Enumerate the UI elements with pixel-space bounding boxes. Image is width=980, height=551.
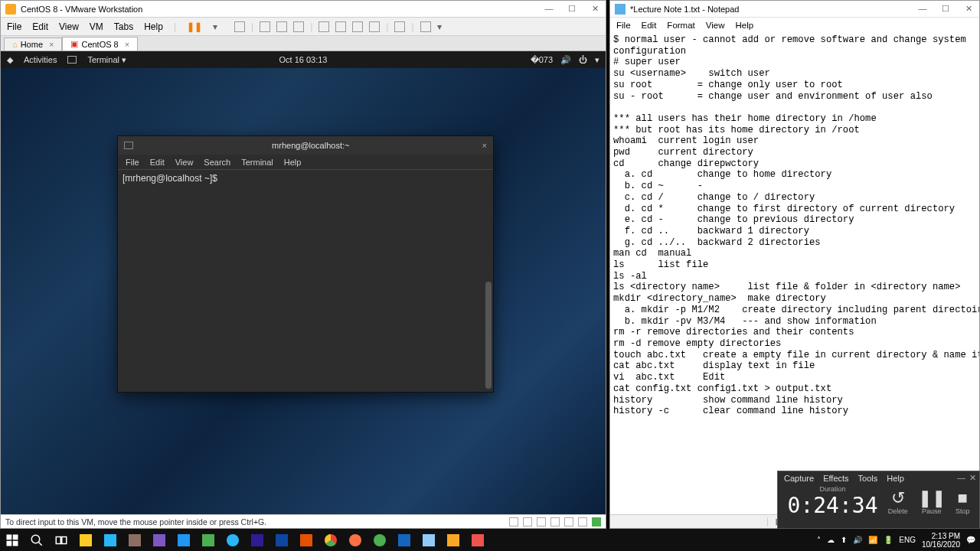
wifi-icon[interactable]: 📶 xyxy=(868,536,877,544)
word-icon[interactable] xyxy=(392,529,416,551)
photoshop-icon[interactable] xyxy=(270,529,294,551)
task-view-button[interactable] xyxy=(49,529,74,551)
menu-help[interactable]: Help xyxy=(144,21,163,32)
close-button[interactable]: ✕ xyxy=(969,473,976,483)
maximize-button[interactable]: ☐ xyxy=(939,4,952,14)
np-menu-format[interactable]: Format xyxy=(667,21,694,30)
minimize-button[interactable]: — xyxy=(916,4,929,14)
np-menu-view[interactable]: View xyxy=(706,21,725,30)
status-icon[interactable] xyxy=(550,517,560,527)
minimize-button[interactable]: — xyxy=(957,473,965,482)
guest-display[interactable]: ◆ Activities Terminal ▾ Oct 16 03:13 �07… xyxy=(1,51,606,514)
toolbar-icon[interactable] xyxy=(276,21,287,32)
toolbar-icon[interactable] xyxy=(369,21,380,32)
taskbar-app-icon[interactable] xyxy=(368,529,392,551)
stop-button[interactable]: ■Stop xyxy=(956,489,970,515)
term-menu-view[interactable]: View xyxy=(175,158,194,167)
gnome-clock[interactable]: Oct 16 03:13 xyxy=(279,55,328,64)
tab-home[interactable]: ⌂ Home × xyxy=(4,37,62,51)
pause-button[interactable]: ❚❚Pause xyxy=(918,489,946,515)
rec-menu-capture[interactable]: Capture xyxy=(784,474,814,483)
rec-menu-tools[interactable]: Tools xyxy=(858,474,878,483)
volume-icon[interactable]: 🔊 xyxy=(560,55,571,65)
power-icon[interactable]: ⏻ xyxy=(579,55,587,64)
rec-menu-effects[interactable]: Effects xyxy=(823,474,848,483)
toolbar-icon[interactable] xyxy=(318,21,329,32)
terminal-menu[interactable]: Terminal ▾ xyxy=(87,55,126,65)
minimize-button[interactable]: — xyxy=(543,4,555,14)
volume-icon[interactable]: 🔊 xyxy=(853,536,862,544)
vmware-titlebar[interactable]: CentOS 8 - VMware Workstation — ☐ ✕ xyxy=(1,1,606,18)
file-explorer-icon[interactable] xyxy=(74,529,98,551)
close-button[interactable]: ✕ xyxy=(962,4,975,14)
term-menu-edit[interactable]: Edit xyxy=(150,158,165,167)
toolbar-icon[interactable] xyxy=(234,21,245,32)
taskbar-app-icon[interactable] xyxy=(98,529,122,551)
vscode-icon[interactable] xyxy=(172,529,196,551)
taskbar-app-icon[interactable] xyxy=(122,529,147,551)
fullscreen-icon[interactable] xyxy=(394,21,405,32)
chrome-icon[interactable] xyxy=(318,529,343,551)
visual-studio-icon[interactable] xyxy=(147,529,172,551)
search-button[interactable] xyxy=(24,529,49,551)
battery-icon[interactable]: 🔋 xyxy=(884,536,893,544)
notifications-icon[interactable]: 💬 xyxy=(966,536,975,544)
status-icon[interactable] xyxy=(564,517,573,527)
np-menu-file[interactable]: File xyxy=(616,21,631,30)
toolbar-icon[interactable] xyxy=(335,21,346,32)
taskbar-app-icon[interactable] xyxy=(196,529,220,551)
taskbar-app-icon[interactable] xyxy=(416,529,441,551)
status-icon[interactable] xyxy=(578,517,587,527)
tray-icon[interactable]: ☁ xyxy=(827,536,835,544)
rec-menu-help[interactable]: Help xyxy=(887,474,904,483)
toolbar-icon[interactable] xyxy=(420,21,431,32)
recorder-taskbar-icon[interactable] xyxy=(466,529,490,551)
close-button[interactable]: ✕ xyxy=(589,4,601,14)
terminal-body[interactable]: [mrheng@localhost ~]$ xyxy=(118,170,493,392)
status-icon[interactable] xyxy=(592,517,601,527)
np-menu-help[interactable]: Help xyxy=(736,21,754,30)
toolbar-icon[interactable] xyxy=(293,21,304,32)
chevron-down-icon[interactable]: ▾ xyxy=(595,55,599,65)
status-icon[interactable] xyxy=(509,517,518,527)
status-icon[interactable] xyxy=(523,517,532,527)
tray-icon[interactable]: ⬆ xyxy=(841,536,847,544)
close-icon[interactable]: × xyxy=(482,141,487,150)
vmware-taskbar-icon[interactable] xyxy=(441,529,466,551)
network-icon[interactable]: �073 xyxy=(531,55,553,65)
pause-icon[interactable]: ❚❚ xyxy=(187,21,202,32)
status-icon[interactable] xyxy=(537,517,546,527)
menu-tabs[interactable]: Tabs xyxy=(114,21,133,32)
menu-edit[interactable]: Edit xyxy=(32,21,48,32)
tab-close-icon[interactable]: × xyxy=(125,40,129,49)
menu-file[interactable]: File xyxy=(7,21,21,32)
term-menu-help[interactable]: Help xyxy=(284,158,302,167)
term-menu-file[interactable]: File xyxy=(126,158,139,167)
np-menu-edit[interactable]: Edit xyxy=(642,21,657,30)
tab-centos[interactable]: ▣ CentOS 8 × xyxy=(62,37,138,51)
tray-chevron-icon[interactable]: ˄ xyxy=(817,536,821,544)
term-menu-search[interactable]: Search xyxy=(204,158,230,167)
activities-button[interactable]: Activities xyxy=(24,55,57,64)
terminal-titlebar[interactable]: mrheng@localhost:~ × xyxy=(118,136,493,155)
terminal-scrollbar[interactable] xyxy=(485,282,492,389)
toolbar-icon[interactable] xyxy=(260,21,270,32)
taskbar-clock[interactable]: 2:13 PM 10/16/2020 xyxy=(922,532,960,549)
language-indicator[interactable]: ENG xyxy=(899,536,916,544)
notepad-titlebar[interactable]: *Lecture Note 1.txt - Notepad — ☐ ✕ xyxy=(610,1,979,18)
telegram-icon[interactable] xyxy=(220,529,245,551)
start-button[interactable] xyxy=(0,529,24,551)
toolbar-icon[interactable] xyxy=(352,21,363,32)
firefox-icon[interactable] xyxy=(343,529,368,551)
menu-vm[interactable]: VM xyxy=(90,21,103,32)
illustrator-icon[interactable] xyxy=(294,529,318,551)
dropdown-icon[interactable]: ▾ xyxy=(213,21,217,32)
menu-view[interactable]: View xyxy=(59,21,79,32)
term-menu-terminal[interactable]: Terminal xyxy=(241,158,273,167)
dropdown-icon[interactable]: ▾ xyxy=(437,21,442,32)
tab-close-icon[interactable]: × xyxy=(49,40,54,49)
after-effects-icon[interactable] xyxy=(245,529,270,551)
notepad-textarea[interactable]: $ normal user - cannot add or remove sof… xyxy=(610,33,979,514)
maximize-button[interactable]: ☐ xyxy=(566,4,578,14)
delete-button[interactable]: ↺Delete xyxy=(888,489,908,515)
